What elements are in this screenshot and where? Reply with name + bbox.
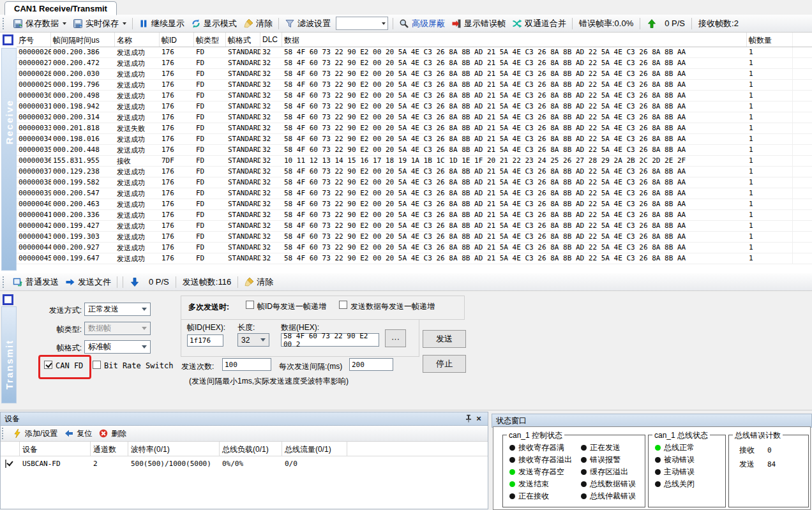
column-header-frame-format[interactable]: 帧格式	[226, 33, 260, 47]
filter-settings-button[interactable]: 滤波设置	[282, 17, 334, 31]
receive-table-body: 00000026000.200.386发送成功176FDSTANDARD3258…	[17, 47, 812, 286]
data-hex-input[interactable]: 58 4F 60 73 22 90 E2 00 2	[281, 333, 379, 347]
column-header-seq[interactable]: 序号	[17, 33, 51, 47]
column-header-dlc[interactable]: DLC	[260, 33, 282, 47]
control-status-col1: 接收寄存器满接收寄存器溢出发送寄存器空发送结束正在接收	[503, 442, 575, 502]
delete-button[interactable]: 删除	[95, 427, 130, 440]
send-mode-select[interactable]: 正常发送	[84, 303, 151, 316]
column-header-frame-id[interactable]: 帧ID	[160, 33, 194, 47]
column-header-baudrate[interactable]: 波特率(0/1)	[128, 442, 220, 456]
transmit-clear-button[interactable]: 清除	[241, 275, 276, 289]
table-row[interactable]: 00000028000.200.030发送成功176FDSTANDARD3258…	[17, 69, 812, 80]
column-header-interval[interactable]: 帧间隔时间us	[51, 33, 115, 47]
column-header-bus-flow[interactable]: 总线流量(0/1)	[282, 442, 347, 456]
table-row[interactable]: 00000038000.199.582发送成功176FDSTANDARD3258…	[17, 177, 812, 188]
column-header-frame-count[interactable]: 帧数量	[747, 33, 793, 47]
can-fd-label: CAN FD	[56, 361, 83, 370]
save-data-button[interactable]: 保存数据	[10, 17, 70, 31]
send-file-arrow-icon	[65, 277, 75, 287]
table-row[interactable]: 00000026000.200.386发送成功176FDSTANDARD3258…	[17, 47, 812, 58]
device-row[interactable]: USBCAN-FD2500(500)/1000(5000)0%/0%0/0	[1, 456, 488, 470]
table-row[interactable]: 00000030000.200.498发送成功176FDSTANDARD3258…	[17, 91, 812, 101]
toolbar-grip[interactable]	[3, 276, 7, 288]
send-button[interactable]: 发送	[423, 330, 466, 348]
table-row[interactable]: 00000043000.199.303发送成功176FDSTANDARD3258…	[17, 232, 812, 243]
status-led	[581, 481, 587, 487]
table-row[interactable]: 00000027000.200.472发送成功176FDSTANDARD3258…	[17, 58, 812, 69]
send-file-button[interactable]: 发送文件	[62, 275, 114, 289]
status-indicator: 接收寄存器溢出	[503, 454, 575, 466]
device-table-header: 设备 通道数 波特率(0/1) 总线负载(0/1) 总线流量(0/1)	[1, 442, 488, 456]
device-checkbox[interactable]	[5, 460, 6, 468]
table-row[interactable]: 00000036155.831.955接收7DFFDSTANDARD3210 1…	[17, 156, 812, 167]
table-row[interactable]: 00000031000.198.942发送成功176FDSTANDARD3258…	[17, 101, 812, 112]
column-header-frame-type[interactable]: 帧类型	[194, 33, 226, 47]
continue-display-button[interactable]: 继续显示	[135, 17, 188, 31]
table-row[interactable]: 00000041000.200.336发送成功176FDSTANDARD3258…	[17, 210, 812, 221]
column-header-data[interactable]: 数据	[282, 33, 747, 47]
receive-side-tab[interactable]: Receive	[1, 48, 17, 271]
data-more-button[interactable]: ···	[385, 329, 406, 347]
table-row[interactable]: 00000040000.200.463发送成功176FDSTANDARD3258…	[17, 199, 812, 210]
status-led	[509, 481, 515, 487]
column-header-bus-load[interactable]: 总线负载(0/1)	[220, 442, 282, 456]
bus-status-title: can_1 总线状态	[652, 430, 710, 441]
pin-icon[interactable]	[463, 414, 474, 424]
status-panel: 状态窗口 can_1 控制状态 接收寄存器满接收寄存器溢出发送寄存器空发送结束正…	[492, 414, 812, 510]
frame-id-input[interactable]: 1f176	[187, 334, 223, 347]
table-row[interactable]: 00000044000.200.927发送成功176FDSTANDARD3258…	[17, 243, 812, 253]
add-config-button[interactable]: 添加/设置	[9, 427, 61, 440]
column-header-name[interactable]: 名称	[115, 33, 160, 47]
length-select[interactable]: 32	[237, 333, 269, 347]
frame-format-select[interactable]: 标准帧	[84, 340, 151, 354]
status-indicator: 总线正常	[649, 442, 695, 454]
table-row[interactable]: 00000034000.198.016发送成功176FDSTANDARD3258…	[17, 134, 812, 145]
table-row[interactable]: 00000042000.199.427发送成功176FDSTANDARD3258…	[17, 221, 812, 232]
dual-channel-merge-button[interactable]: 双通道合并	[509, 17, 569, 31]
table-row[interactable]: 00000035000.200.448发送成功176FDSTANDARD3258…	[17, 145, 812, 156]
status-led	[655, 457, 661, 463]
increment-data-checkbox[interactable]	[339, 301, 347, 309]
clear-button[interactable]: 清除	[240, 17, 276, 31]
show-error-frames-button[interactable]: 显示错误帧	[448, 17, 509, 31]
toolbar-grip[interactable]	[2, 428, 6, 439]
status-led	[581, 493, 587, 499]
toolbar-grip[interactable]	[3, 18, 7, 29]
table-row[interactable]: 00000033000.201.818发送失败176FDSTANDARD3258…	[17, 123, 812, 134]
stop-button[interactable]: 停止	[423, 355, 466, 373]
advanced-mask-button[interactable]: 高级屏蔽	[396, 17, 448, 31]
reset-button[interactable]: 复位	[61, 427, 95, 440]
close-icon[interactable]: ×	[474, 414, 484, 424]
column-header-channels[interactable]: 通道数	[91, 442, 128, 456]
send-interval-input[interactable]: 200	[349, 358, 393, 371]
bit-rate-switch-checkbox[interactable]	[93, 361, 101, 369]
status-indicator: 总线关闭	[649, 478, 695, 490]
save-disk-icon	[13, 19, 23, 29]
display-mode-button[interactable]: 显示模式	[188, 17, 240, 31]
lightning-icon	[12, 428, 22, 439]
filter-combobox[interactable]	[336, 17, 388, 30]
increment-id-checkbox[interactable]	[246, 301, 254, 309]
table-row[interactable]: 00000037000.129.238发送成功176FDSTANDARD3258…	[17, 167, 812, 177]
error-count-group: 总线错误计数 接收0发送84	[728, 435, 809, 507]
status-indicator: 正在发送	[575, 442, 643, 454]
control-status-group: can_1 控制状态 接收寄存器满接收寄存器溢出发送寄存器空发送结束正在接收 正…	[502, 435, 645, 507]
status-led	[509, 445, 515, 451]
toolbar-separator	[117, 276, 117, 288]
realtime-save-button[interactable]: 实时保存	[70, 17, 130, 31]
frame-id-label: 帧ID(HEX):	[187, 322, 225, 333]
transmit-side-tab[interactable]: Transmit	[1, 306, 17, 403]
table-row[interactable]: 00000039000.200.547发送成功176FDSTANDARD3258…	[17, 188, 812, 199]
bus-status-group: can_1 总线状态 总线正常被动错误主动错误总线关闭	[648, 435, 726, 507]
status-indicator: 错误报警	[575, 454, 643, 466]
device-panel-title: 设备	[4, 414, 20, 424]
table-row[interactable]: 00000029000.199.796发送成功176FDSTANDARD3258…	[17, 80, 812, 91]
table-row[interactable]: 00000032000.200.314发送成功176FDSTANDARD3258…	[17, 112, 812, 123]
can-fd-checkbox[interactable]	[44, 361, 52, 369]
send-times-input[interactable]: 100	[222, 358, 271, 371]
column-header-device[interactable]: 设备	[20, 442, 91, 456]
tab-can1-receive-transmit[interactable]: CAN1 Receive/Transmit	[4, 1, 117, 15]
normal-send-button[interactable]: 普通发送	[10, 275, 62, 289]
column-header-select[interactable]	[1, 442, 20, 456]
table-row[interactable]: 00000045000.199.647发送成功176FDSTANDARD3258…	[17, 253, 812, 264]
